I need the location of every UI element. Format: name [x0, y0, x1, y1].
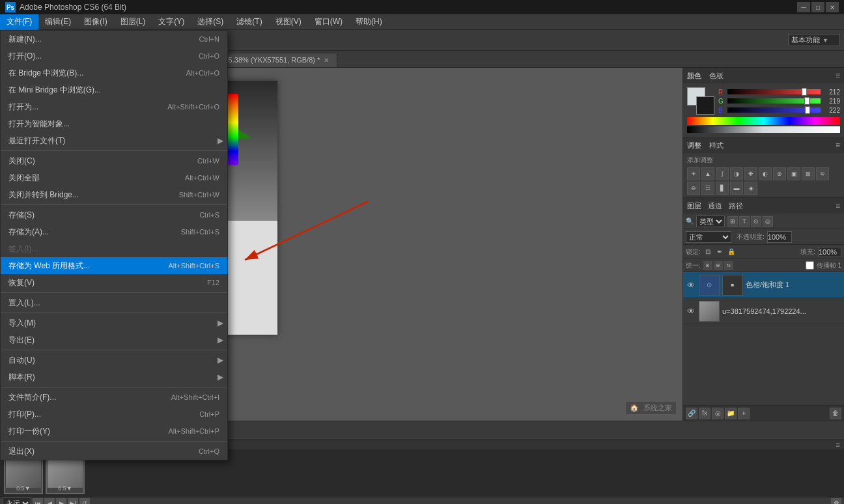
nav-next[interactable]: ▶|	[68, 498, 78, 504]
menu-bridge[interactable]: 在 Bridge 中浏览(B)... Alt+Ctrl+O	[1, 64, 227, 81]
menu-close[interactable]: 关闭(C) Ctrl+W	[1, 152, 227, 169]
menu-help[interactable]: 帮助(H)	[349, 14, 389, 30]
menu-open-as[interactable]: 打开为... Alt+Shift+Ctrl+O	[1, 98, 227, 115]
color-tab[interactable]: 颜色	[687, 71, 701, 81]
zoom-select[interactable]: 永远	[3, 497, 31, 504]
layers-panel-menu[interactable]: ≡	[836, 201, 840, 210]
menu-print[interactable]: 打印(P)... Ctrl+P	[1, 406, 227, 423]
menu-fileinfo[interactable]: 文件简介(F)... Alt+Shift+Ctrl+I	[1, 389, 227, 406]
menu-export[interactable]: 导出(E) ▶	[1, 331, 227, 348]
menu-window[interactable]: 窗口(W)	[308, 14, 349, 30]
blend-mode-select[interactable]: 正常	[686, 231, 731, 243]
menu-view[interactable]: 视图(V)	[269, 14, 308, 30]
brightness-bar[interactable]	[687, 126, 840, 133]
layer-row-1[interactable]: 👁 ⊙ ■ 色相/饱和度 1	[683, 272, 844, 298]
filter-pixel[interactable]: ⊞	[727, 216, 738, 227]
propagate-checkbox[interactable]	[806, 261, 814, 270]
menu-close-all[interactable]: 关闭全部 Alt+Ctrl+W	[1, 169, 227, 186]
lock-position-btn[interactable]: ✒	[715, 247, 724, 257]
adj-chan-mix[interactable]: ≋	[816, 167, 829, 180]
new-layer-btn[interactable]: +	[738, 408, 750, 419]
minimize-button[interactable]: ─	[797, 2, 810, 12]
unified-icon3[interactable]: fx	[724, 261, 733, 270]
add-style-btn[interactable]: fx	[699, 408, 710, 419]
menu-mini-bridge[interactable]: 在 Mini Bridge 中浏览(G)...	[1, 81, 227, 98]
adj-levels[interactable]: ▲	[701, 167, 714, 180]
r-track[interactable]	[727, 89, 821, 94]
layer-row-2[interactable]: 👁 u=3817592474,1792224...	[683, 298, 844, 324]
filter-vector[interactable]: ⊙	[751, 216, 761, 227]
layer-2-eye[interactable]: 👁	[686, 307, 696, 316]
menu-save-web[interactable]: 存储为 Web 所用格式... Alt+Shift+Ctrl+S	[1, 257, 227, 274]
menu-place[interactable]: 置入(L)...	[1, 294, 227, 311]
color-swatches[interactable]	[687, 87, 714, 115]
adj-exposure[interactable]: ◑	[730, 167, 743, 180]
layers-tab-active[interactable]: 图层	[687, 201, 701, 211]
adj-posterize[interactable]: ☱	[701, 182, 714, 195]
close-button[interactable]: ✕	[826, 2, 839, 12]
menu-text[interactable]: 文字(Y)	[152, 14, 191, 30]
adj-gradient-map[interactable]: ▬	[730, 182, 743, 195]
menu-edit[interactable]: 编辑(E)	[38, 14, 77, 30]
filter-adjust[interactable]: T	[739, 216, 750, 227]
menu-open[interactable]: 打开(O)... Ctrl+O	[1, 48, 227, 64]
menu-quit[interactable]: 退出(X) Ctrl+Q	[1, 443, 227, 460]
menu-recent[interactable]: 最近打开文件(T) ▶	[1, 132, 227, 149]
lock-all-btn[interactable]: 🔒	[727, 247, 736, 257]
adj-vibrance[interactable]: ❋	[744, 167, 757, 180]
adj-selective[interactable]: ◈	[744, 182, 757, 195]
color-panel-menu[interactable]: ≡	[836, 71, 840, 80]
r-thumb[interactable]	[802, 88, 807, 96]
layer-1-eye[interactable]: 👁	[686, 281, 696, 290]
menu-save[interactable]: 存储(S) Ctrl+S	[1, 206, 227, 223]
adj-thresh[interactable]: ▋	[716, 182, 729, 195]
fill-value-input[interactable]: 100%	[818, 247, 841, 257]
menu-filter[interactable]: 滤镜(T)	[230, 14, 268, 30]
opacity-value[interactable]: 100%	[767, 231, 792, 243]
delete-layer-btn[interactable]: 🗑	[830, 408, 841, 419]
b-track[interactable]	[727, 107, 821, 113]
adj-hsl[interactable]: ◐	[759, 167, 772, 180]
adj-tab[interactable]: 调整	[687, 141, 701, 150]
channels-tab[interactable]: 通道	[708, 201, 722, 211]
menu-new[interactable]: 新建(N)... Ctrl+N	[1, 31, 227, 48]
maximize-button[interactable]: □	[811, 2, 824, 12]
menu-scripts[interactable]: 脚本(R) ▶	[1, 369, 227, 385]
filter-smart[interactable]: ◎	[763, 216, 773, 227]
preset-wrap[interactable]: 基本功能 ▼	[788, 34, 840, 46]
add-mask-btn[interactable]: ◎	[712, 408, 724, 419]
menu-automate[interactable]: 自动(U) ▶	[1, 352, 227, 369]
menu-close-bridge[interactable]: 关闭并转到 Bridge... Shift+Ctrl+W	[1, 186, 227, 203]
bottom-panel-menu[interactable]: ≡	[836, 441, 840, 449]
adj-invert[interactable]: ⊖	[687, 182, 700, 195]
adj-curves[interactable]: ∫	[716, 167, 729, 180]
background-swatch[interactable]	[696, 96, 714, 115]
menu-select[interactable]: 选择(S)	[191, 14, 230, 30]
menu-open-smart[interactable]: 打开为智能对象...	[1, 115, 227, 132]
menu-file[interactable]: 文件(F)	[0, 14, 38, 30]
adj-brightness[interactable]: ☀	[687, 167, 700, 180]
g-thumb[interactable]	[804, 97, 809, 105]
tab-2-close[interactable]: ✕	[324, 57, 329, 64]
menu-layer[interactable]: 图层(L)	[114, 14, 152, 30]
nav-delete[interactable]: 🗑	[831, 498, 841, 504]
link-layers-btn[interactable]: 🔗	[686, 408, 697, 419]
menu-image[interactable]: 图像(I)	[77, 14, 113, 30]
paths-tab[interactable]: 路径	[729, 201, 743, 211]
menu-import[interactable]: 导入(M) ▶	[1, 315, 227, 331]
nav-prev[interactable]: ◀	[44, 498, 55, 504]
adj-panel-menu[interactable]: ≡	[836, 141, 840, 150]
menu-print-one[interactable]: 打印一份(Y) Alt+Shift+Ctrl+P	[1, 423, 227, 440]
unified-icon1[interactable]: ⊛	[703, 261, 712, 270]
adj-colorbal[interactable]: ⊛	[773, 167, 786, 180]
layer-type-select[interactable]: 类型	[696, 216, 725, 227]
titlebar-controls[interactable]: ─ □ ✕	[797, 2, 839, 12]
new-group-btn[interactable]: 📁	[725, 408, 737, 419]
nav-loop[interactable]: ↺	[79, 498, 90, 504]
menu-save-as[interactable]: 存储为(A)... Shift+Ctrl+S	[1, 223, 227, 240]
swatch-tab[interactable]: 色板	[709, 71, 724, 81]
unified-icon2[interactable]: ⊕	[714, 261, 723, 270]
nav-first[interactable]: ⏮	[33, 498, 43, 504]
spectrum-bar[interactable]	[687, 117, 840, 125]
adj-photo[interactable]: ⊠	[802, 167, 815, 180]
